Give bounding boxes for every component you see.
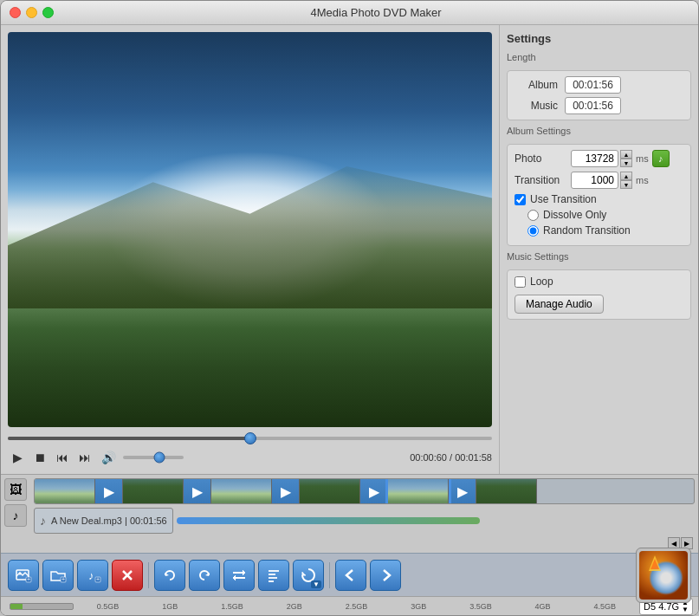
sort-button[interactable] [258, 560, 289, 591]
gb-2: 2GB [263, 602, 326, 611]
add-image-button[interactable]: + [8, 560, 39, 591]
transition-stepper: ▲ ▼ [620, 172, 632, 189]
thumb-1[interactable] [35, 478, 95, 504]
transition-input[interactable] [571, 172, 618, 189]
photo-down[interactable]: ▼ [620, 159, 632, 167]
scrollbar-horizontal[interactable]: ◀ ▶ [34, 537, 695, 549]
loop-checkbox[interactable] [515, 276, 526, 288]
separator-2 [329, 562, 330, 588]
titlebar: 4Media Photo DVD Maker [1, 1, 698, 25]
preview-image [8, 32, 492, 427]
audio-fill [177, 517, 695, 524]
random-row: Random Transition [515, 224, 683, 237]
transition-up[interactable]: ▲ [620, 172, 632, 180]
gb-0.5: 0.5GB [77, 602, 139, 611]
close-button[interactable] [10, 7, 21, 18]
manage-audio-button[interactable]: Manage Audio [515, 295, 604, 314]
bottom-section: 🖼 ♪ ▶ ▶ ▶ ▶ ▶ [1, 474, 698, 615]
rotate-cw-button[interactable] [189, 560, 220, 591]
audio-progress-bar [177, 517, 480, 524]
rewind-button[interactable]: ⏮ [53, 448, 72, 467]
photo-stepper: ▲ ▼ [620, 150, 632, 167]
use-transition-row: Use Transition [515, 193, 683, 205]
maximize-button[interactable] [42, 7, 54, 18]
swap-button[interactable] [223, 560, 255, 591]
album-settings-label: Album Settings [507, 126, 691, 136]
thumb-6[interactable] [476, 478, 537, 504]
thumb-2[interactable] [123, 478, 184, 504]
transition-label: Transition [515, 174, 571, 186]
window-title: 4Media Photo DVD Maker [62, 6, 689, 19]
gb-4: 4GB [512, 602, 574, 611]
move-right-button[interactable] [370, 560, 401, 591]
thumb-3[interactable] [211, 478, 272, 504]
volume-thumb[interactable] [154, 452, 165, 464]
thumb-5[interactable] [388, 478, 449, 504]
traffic-lights [10, 7, 54, 18]
dvd-down[interactable]: ▼ [682, 606, 689, 613]
gb-1.5: 1.5GB [201, 602, 263, 611]
photo-input[interactable] [571, 150, 618, 167]
loop-label: Loop [530, 276, 553, 288]
thumb-4[interactable] [300, 478, 360, 504]
progress-strip [10, 603, 74, 610]
gb-1: 1GB [139, 602, 201, 611]
timeline-tracks: ▶ ▶ ▶ ▶ ▶ ♪ A New Deal.mp3 | 00:01:56 [34, 478, 695, 549]
gb-3: 3GB [387, 602, 450, 611]
gb-2.5: 2.5GB [326, 602, 388, 611]
delete-button[interactable] [112, 560, 143, 591]
transition-4[interactable]: ▶ [360, 478, 388, 504]
random-label: Random Transition [543, 224, 631, 237]
dissolve-radio[interactable] [527, 210, 539, 221]
music-sync-button[interactable]: ♪ [652, 150, 670, 167]
transition-5[interactable]: ▶ [449, 478, 476, 504]
music-label: Music [515, 100, 558, 112]
main-content: ▶ ⏹ ⏮ ⏭ 🔊 00:00:60 / 00:01:58 Settings L… [1, 25, 698, 474]
left-panel: ▶ ⏹ ⏮ ⏭ 🔊 00:00:60 / 00:01:58 [1, 25, 499, 474]
move-left-button[interactable] [335, 560, 366, 591]
add-audio-button[interactable]: ♪+ [77, 560, 108, 591]
progress-bar-container[interactable] [8, 432, 492, 444]
minimize-button[interactable] [26, 7, 37, 18]
album-settings: Photo ▲ ▼ ms ♪ Transition ▲ ▼ [507, 144, 691, 246]
audio-track-icon[interactable]: ♪ [4, 504, 27, 527]
transition-2[interactable]: ▶ [184, 478, 211, 504]
progress-fill [8, 437, 250, 440]
convert-button[interactable]: ▼ [293, 560, 324, 591]
dissolve-row: Dissolve Only [515, 209, 683, 221]
length-section-label: Length [507, 52, 691, 62]
music-time: 00:01:56 [565, 97, 621, 114]
progress-track[interactable] [8, 437, 492, 440]
gb-3.5: 3.5GB [450, 602, 512, 611]
volume-slider[interactable] [123, 456, 184, 459]
use-transition-checkbox[interactable] [515, 194, 526, 205]
forward-button[interactable]: ⏭ [75, 448, 94, 467]
play-button[interactable]: ▶ [8, 448, 27, 467]
gb-4.5: 4.5GB [573, 602, 636, 611]
video-preview [8, 32, 492, 427]
transition-1[interactable]: ▶ [95, 478, 123, 504]
random-transition-radio[interactable] [527, 225, 539, 237]
burn-icon [639, 551, 688, 600]
loop-row: Loop [515, 276, 683, 288]
transition-down[interactable]: ▼ [620, 180, 632, 189]
photo-ms: ms [636, 153, 649, 164]
burn-button[interactable] [636, 548, 691, 603]
svg-text:♪: ♪ [88, 569, 94, 582]
photo-up[interactable]: ▲ [620, 150, 632, 159]
photo-track-icon[interactable]: 🖼 [4, 478, 27, 501]
use-transition-label: Use Transition [530, 193, 597, 205]
time-display: 00:00:60 / 00:01:58 [410, 452, 492, 463]
add-folder-button[interactable]: + [42, 560, 74, 591]
progress-thumb[interactable] [244, 432, 256, 444]
rotate-ccw-button[interactable] [154, 560, 185, 591]
photo-row: Photo ▲ ▼ ms ♪ [515, 150, 683, 167]
svg-text:+: + [61, 576, 65, 582]
transition-3[interactable]: ▶ [272, 478, 300, 504]
audio-note-icon: ♪ [40, 514, 46, 528]
audio-track-area: ♪ A New Deal.mp3 | 00:01:56 [34, 508, 695, 534]
stop-button[interactable]: ⏹ [30, 448, 49, 467]
music-settings: Loop Manage Audio [507, 269, 691, 320]
volume-icon: 🔊 [101, 451, 116, 464]
photo-timeline: ▶ ▶ ▶ ▶ ▶ [34, 478, 695, 504]
